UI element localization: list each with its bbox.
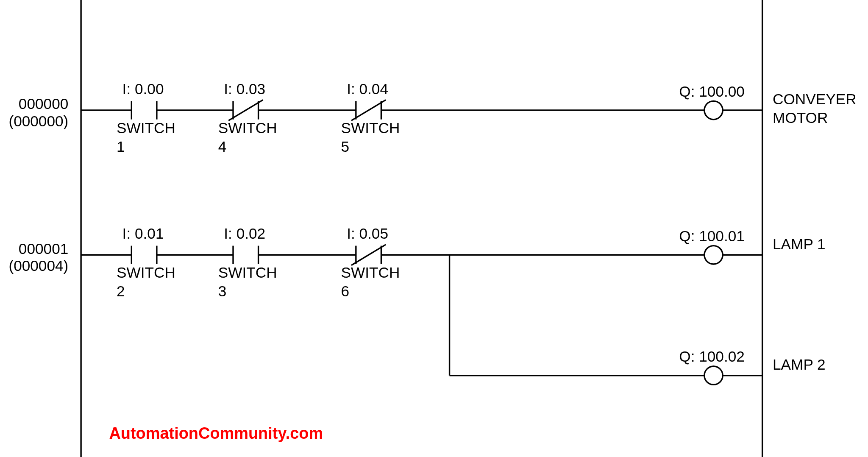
contact-label: 2: [117, 283, 125, 299]
rung-subnumber: (000000): [8, 113, 68, 129]
output-coil: [704, 246, 723, 264]
coil-description: MOTOR: [773, 109, 828, 126]
rung-number: 000000: [19, 95, 68, 112]
ladder-diagram: 000000(000000)I: 0.00SWITCH1I: 0.03SWITC…: [0, 0, 868, 457]
contact-label: 4: [218, 138, 227, 155]
coil-description: CONVEYER: [773, 91, 857, 107]
rung-number: 000001: [19, 240, 68, 257]
contact-address: I: 0.05: [347, 225, 388, 242]
watermark-text: AutomationCommunity.com: [109, 424, 323, 442]
contact-address: I: 0.00: [122, 81, 164, 97]
contact-label: SWITCH: [117, 264, 175, 281]
contact-label: 3: [218, 283, 227, 299]
output-coil: [704, 101, 723, 119]
coil-address: Q: 100.00: [679, 83, 745, 100]
contact-label: SWITCH: [341, 120, 400, 136]
contact-label: 5: [341, 138, 350, 155]
rung-subnumber: (000004): [8, 257, 68, 274]
contact-label: 1: [117, 138, 125, 155]
contact-label: SWITCH: [218, 264, 277, 281]
contact-address: I: 0.03: [224, 81, 265, 97]
contact-label: SWITCH: [117, 120, 175, 136]
coil-address: Q: 100.01: [679, 228, 745, 244]
contact-address: I: 0.02: [224, 225, 265, 242]
contact-label: SWITCH: [218, 120, 277, 136]
coil-address: Q: 100.02: [679, 348, 745, 365]
coil-description: LAMP 1: [773, 236, 826, 252]
contact-address: I: 0.01: [122, 225, 164, 242]
contact-label: SWITCH: [341, 264, 400, 281]
coil-description: LAMP 2: [773, 356, 826, 373]
contact-address: I: 0.04: [347, 81, 388, 97]
output-coil: [704, 366, 723, 385]
contact-label: 6: [341, 283, 350, 299]
